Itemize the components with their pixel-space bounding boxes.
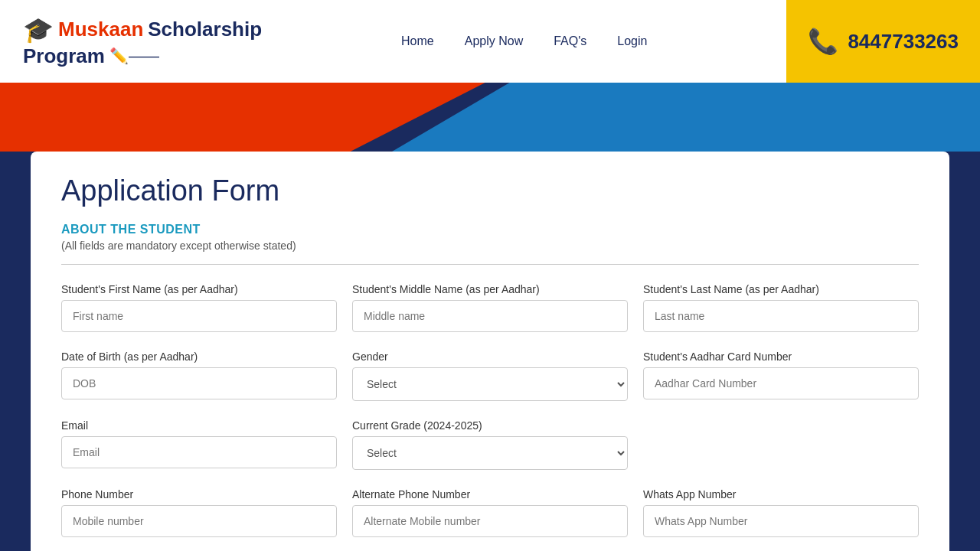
aadhar-group: Student's Aadhar Card Number bbox=[643, 350, 919, 401]
dob-group: Date of Birth (as per Aadhar) bbox=[61, 350, 337, 401]
logo-program-text: Program bbox=[23, 44, 105, 68]
whatsapp-group: Whats App Number bbox=[643, 488, 919, 537]
phone-badge: 📞 8447733263 bbox=[786, 0, 980, 83]
name-row: Student's First Name (as per Aadhar) Stu… bbox=[61, 283, 919, 332]
first-name-input[interactable] bbox=[61, 300, 337, 332]
gender-label: Gender bbox=[352, 350, 628, 363]
nav-faqs[interactable]: FAQ's bbox=[554, 34, 586, 48]
aadhar-label: Student's Aadhar Card Number bbox=[643, 350, 919, 363]
main-content: Application Form ABOUT THE STUDENT (All … bbox=[31, 152, 949, 551]
phone-group: Phone Number bbox=[61, 488, 337, 537]
first-name-group: Student's First Name (as per Aadhar) bbox=[61, 283, 337, 332]
last-name-input[interactable] bbox=[643, 300, 919, 332]
nav-home[interactable]: Home bbox=[401, 34, 434, 48]
whatsapp-input[interactable] bbox=[643, 505, 919, 537]
header: 🎓 Muskaan Scholarship Program ✏️—— Home … bbox=[0, 0, 980, 83]
email-label: Email bbox=[61, 419, 337, 432]
phone-label: Phone Number bbox=[61, 488, 337, 500]
page-title: Application Form bbox=[61, 174, 919, 207]
pencil-icon: ✏️—— bbox=[109, 47, 159, 65]
section-divider bbox=[61, 264, 919, 265]
grade-select[interactable]: Select Grade 1 Grade 2 Grade 3 Grade 4 G… bbox=[352, 436, 628, 470]
phone-input[interactable] bbox=[61, 505, 337, 537]
logo-scholarship-text: Scholarship bbox=[148, 18, 262, 41]
first-name-label: Student's First Name (as per Aadhar) bbox=[61, 283, 337, 295]
banner-blue-shape bbox=[392, 83, 980, 152]
banner bbox=[0, 83, 980, 152]
email-input[interactable] bbox=[61, 436, 337, 468]
graduation-cap-icon: 🎓 bbox=[23, 15, 54, 44]
grade-group: Current Grade (2024-2025) Select Grade 1… bbox=[352, 419, 628, 470]
email-group: Email bbox=[61, 419, 337, 470]
nav-apply-now[interactable]: Apply Now bbox=[465, 34, 523, 48]
middle-name-label: Student's Middle Name (as per Aadhar) bbox=[352, 283, 628, 295]
dob-input[interactable] bbox=[61, 367, 337, 399]
grade-spacer bbox=[643, 419, 919, 470]
logo: 🎓 Muskaan Scholarship Program ✏️—— bbox=[23, 15, 262, 68]
gender-group: Gender Select Male Female Other bbox=[352, 350, 628, 401]
email-grade-row: Email Current Grade (2024-2025) Select G… bbox=[61, 419, 919, 470]
last-name-label: Student's Last Name (as per Aadhar) bbox=[643, 283, 919, 295]
section-title: ABOUT THE STUDENT bbox=[61, 223, 919, 236]
dob-gender-row: Date of Birth (as per Aadhar) Gender Sel… bbox=[61, 350, 919, 401]
grade-label: Current Grade (2024-2025) bbox=[352, 419, 628, 432]
phone-icon: 📞 bbox=[808, 27, 838, 56]
last-name-group: Student's Last Name (as per Aadhar) bbox=[643, 283, 919, 332]
aadhar-input[interactable] bbox=[643, 367, 919, 399]
phone-row: Phone Number Alternate Phone Number What… bbox=[61, 488, 919, 537]
nav-login[interactable]: Login bbox=[617, 34, 647, 48]
phone-number: 8447733263 bbox=[848, 30, 959, 54]
alt-phone-label: Alternate Phone Number bbox=[352, 488, 628, 500]
middle-name-input[interactable] bbox=[352, 300, 628, 332]
main-nav: Home Apply Now FAQ's Login bbox=[401, 34, 647, 48]
alt-phone-group: Alternate Phone Number bbox=[352, 488, 628, 537]
logo-muskaan-text: Muskaan bbox=[58, 18, 143, 41]
gender-select[interactable]: Select Male Female Other bbox=[352, 367, 628, 401]
alt-phone-input[interactable] bbox=[352, 505, 628, 537]
section-note: (All fields are mandatory except otherwi… bbox=[61, 240, 919, 252]
whatsapp-label: Whats App Number bbox=[643, 488, 919, 500]
dob-label: Date of Birth (as per Aadhar) bbox=[61, 350, 337, 363]
middle-name-group: Student's Middle Name (as per Aadhar) bbox=[352, 283, 628, 332]
